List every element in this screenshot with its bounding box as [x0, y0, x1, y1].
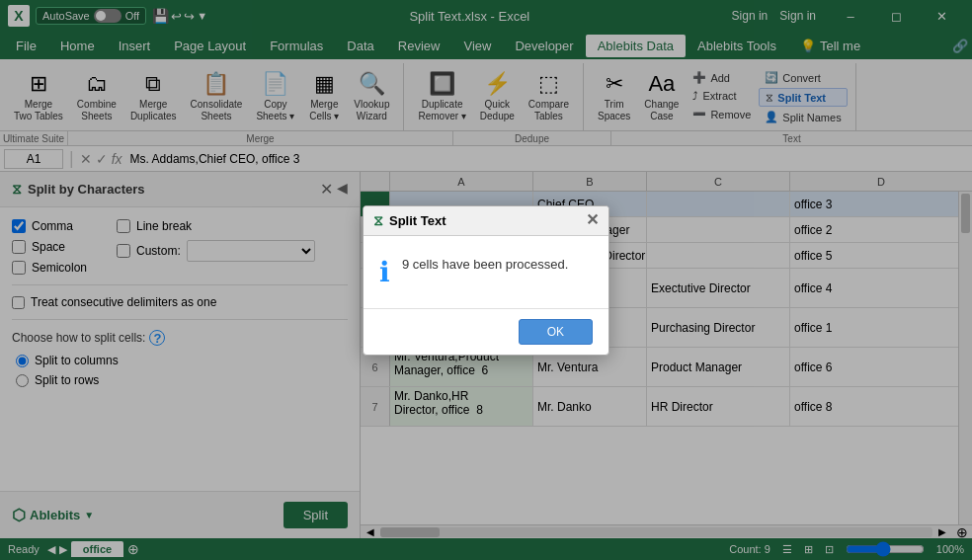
modal-title-left: ⧖ Split Text	[373, 212, 446, 229]
modal-title-bar: ⧖ Split Text ✕	[364, 206, 608, 236]
modal-ok-button[interactable]: OK	[519, 319, 593, 345]
modal-title-icon: ⧖	[373, 212, 383, 229]
modal-footer: OK	[364, 308, 608, 355]
split-text-modal: ⧖ Split Text ✕ ℹ 9 cells have been proce…	[363, 205, 609, 356]
modal-message: 9 cells have been processed.	[402, 256, 568, 274]
modal-overlay[interactable]: ⧖ Split Text ✕ ℹ 9 cells have been proce…	[0, 0, 972, 560]
modal-body: ℹ 9 cells have been processed.	[364, 236, 608, 308]
modal-close-btn[interactable]: ✕	[586, 212, 599, 228]
modal-info-icon: ℹ	[379, 256, 390, 288]
modal-title-text: Split Text	[389, 213, 446, 228]
